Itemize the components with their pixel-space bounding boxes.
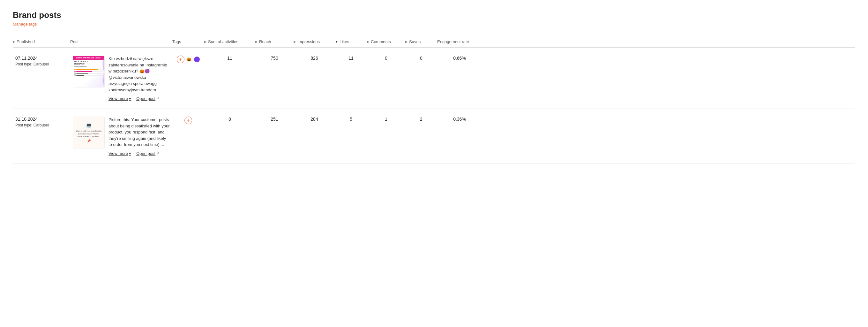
- comments-cell-1: 1: [367, 117, 405, 122]
- likes-value-0: 11: [348, 56, 353, 61]
- external-link-icon-1: ↗: [156, 151, 159, 155]
- table-row-1: 31.10.2024 Post type: Carousel 💻 Want to…: [13, 109, 855, 164]
- tags-cell-0: + 🎃: [172, 56, 204, 63]
- arrow-icon-published: ▶: [13, 40, 15, 43]
- saves-cell-1: 2: [405, 117, 437, 122]
- tag-circle-purple-0: [194, 57, 200, 62]
- post-type-1: Post type: Carousel: [15, 123, 49, 127]
- arrow-icon-reach: ▶: [255, 40, 258, 43]
- tags-cell-1: +: [172, 117, 204, 124]
- chevron-down-icon-0: ▾: [129, 96, 131, 101]
- likes-cell-1: 5: [335, 117, 367, 122]
- impressions-value-1: 284: [310, 117, 318, 122]
- impressions-cell-0: 826: [293, 56, 335, 61]
- engagement-value-1: 0.36%: [453, 117, 466, 122]
- col-header-saves[interactable]: ▶ Saves: [405, 39, 437, 44]
- post-date-1: 31.10.2024: [15, 117, 38, 122]
- add-tag-button-1[interactable]: +: [184, 117, 192, 124]
- arrow-icon-saves: ▶: [405, 40, 408, 43]
- col-header-tags: Tags: [172, 39, 204, 44]
- col-header-likes[interactable]: ▼ Likes: [335, 39, 367, 44]
- likes-cell-0: 11: [335, 56, 367, 61]
- date-cell-0: 07.11.2024 Post type: Carousel: [13, 56, 70, 66]
- post-content-1: 💻 Want to nail your social media custome…: [73, 117, 170, 156]
- sum-activities-value-0: 11: [227, 56, 232, 61]
- col-header-sum-activities[interactable]: ▶ Sum of activities: [204, 39, 255, 44]
- col-header-engagement: Engagement rate: [437, 39, 482, 44]
- add-tag-button-0[interactable]: +: [177, 56, 184, 63]
- post-cell-0: INSTAGRAM TRENDS 10.2024 NAJSZYBCIEJROSN…: [70, 56, 172, 101]
- external-link-icon-0: ↗: [156, 96, 159, 100]
- post-cell-1: 💻 Want to nail your social media custome…: [70, 117, 172, 156]
- post-type-0: Post type: Carousel: [15, 62, 49, 66]
- emoji-tag-pumpkin-0: 🎃: [186, 56, 192, 63]
- post-thumbnail-1: 💻 Want to nail your social media custome…: [73, 117, 105, 148]
- view-more-link-1[interactable]: View more ▾: [108, 151, 131, 156]
- col-header-impressions[interactable]: ▶ Impressions: [293, 39, 335, 44]
- page-container: Brand posts Manage tags ▶ Published Post…: [0, 0, 868, 174]
- col-header-published[interactable]: ▶ Published: [13, 39, 70, 44]
- chevron-down-icon-1: ▾: [129, 151, 131, 156]
- table-header: ▶ Published Post Tags ▶ Sum of activitie…: [13, 39, 855, 48]
- open-post-link-1[interactable]: Open post ↗: [136, 151, 159, 156]
- comments-cell-0: 0: [367, 56, 405, 61]
- impressions-value-0: 826: [310, 56, 318, 61]
- page-title: Brand posts: [13, 10, 855, 20]
- saves-cell-0: 0: [405, 56, 437, 61]
- post-content-0: INSTAGRAM TRENDS 10.2024 NAJSZYBCIEJROSN…: [73, 56, 170, 101]
- reach-value-0: 750: [271, 56, 278, 61]
- comments-value-1: 1: [385, 117, 388, 122]
- post-text-1: Picture this: Your customer posts about …: [108, 117, 170, 148]
- sum-activities-cell-0: 11: [204, 56, 255, 61]
- table-wrapper: ▶ Published Post Tags ▶ Sum of activitie…: [13, 39, 855, 164]
- post-actions-0: View more ▾ Open post ↗: [108, 96, 170, 101]
- post-date-0: 07.11.2024: [15, 56, 38, 61]
- reach-cell-1: 251: [255, 117, 293, 122]
- engagement-value-0: 0.66%: [453, 56, 466, 61]
- col-header-post: Post: [70, 39, 172, 44]
- col-header-comments[interactable]: ▶ Comments: [367, 39, 405, 44]
- view-more-link-0[interactable]: View more ▾: [108, 96, 131, 101]
- date-cell-1: 31.10.2024 Post type: Carousel: [13, 117, 70, 127]
- manage-tags-link[interactable]: Manage tags: [13, 22, 37, 27]
- likes-value-1: 5: [350, 117, 352, 122]
- reach-cell-0: 750: [255, 56, 293, 61]
- arrow-icon-likes: ▼: [335, 40, 338, 43]
- reach-value-1: 251: [271, 117, 278, 122]
- post-thumbnail-0: INSTAGRAM TRENDS 10.2024 NAJSZYBCIEJROSN…: [73, 56, 105, 88]
- arrow-icon-impressions: ▶: [293, 40, 296, 43]
- comments-value-0: 0: [385, 56, 388, 61]
- saves-value-0: 0: [420, 56, 423, 61]
- post-text-area-0: Kto wzbudził największe zainteresowanie …: [108, 56, 170, 101]
- saves-value-1: 2: [420, 117, 423, 122]
- post-text-0: Kto wzbudził największe zainteresowanie …: [108, 56, 170, 93]
- arrow-icon-comments: ▶: [367, 40, 370, 43]
- sum-activities-cell-1: 8: [204, 117, 255, 122]
- open-post-link-0[interactable]: Open post ↗: [136, 96, 159, 101]
- engagement-cell-0: 0.66%: [437, 56, 482, 61]
- sum-activities-value-1: 8: [228, 117, 231, 122]
- engagement-cell-1: 0.36%: [437, 117, 482, 122]
- post-actions-1: View more ▾ Open post ↗: [108, 151, 170, 156]
- col-header-reach[interactable]: ▶ Reach: [255, 39, 293, 44]
- impressions-cell-1: 284: [293, 117, 335, 122]
- post-text-area-1: Picture this: Your customer posts about …: [108, 117, 170, 156]
- table-row: 07.11.2024 Post type: Carousel INSTAGRAM…: [13, 48, 855, 109]
- arrow-icon-sum: ▶: [204, 40, 207, 43]
